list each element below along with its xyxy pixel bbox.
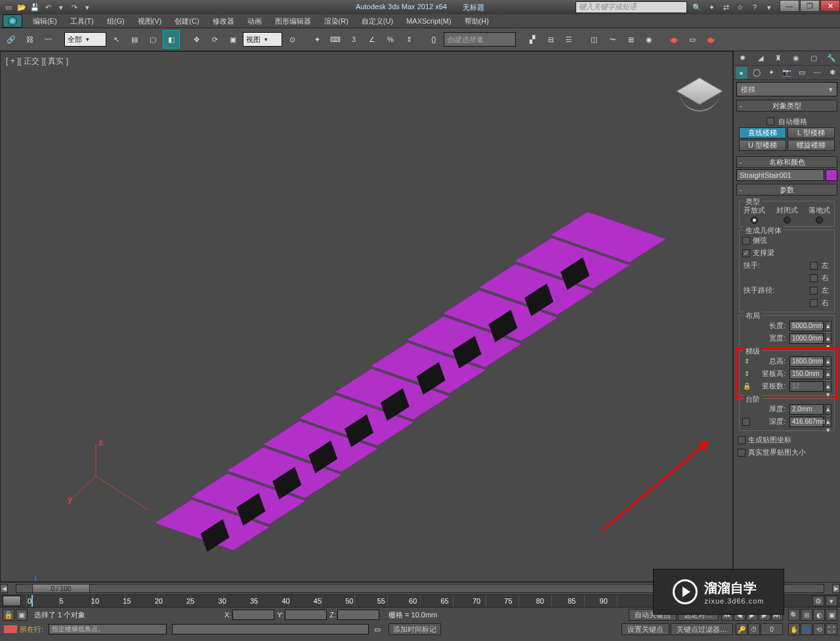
overall-height-spinner[interactable]: ▴▾ (825, 356, 831, 367)
type-closed-radio[interactable] (784, 217, 791, 224)
select-object-icon[interactable]: ↖ (108, 30, 125, 49)
angle-snap-icon[interactable]: ∠ (364, 30, 381, 49)
rollout-parameters[interactable]: -参数 (736, 184, 837, 196)
type-open-radio[interactable] (751, 217, 758, 224)
time-slider-thumb[interactable]: 0 / 100 (32, 584, 90, 593)
handrail-right-checkbox[interactable] (810, 274, 818, 282)
riser-count-spinner[interactable]: ▴▾ (825, 381, 831, 392)
maximize-button[interactable]: ❐ (800, 0, 820, 12)
create-tab-icon[interactable]: ✹ (737, 52, 749, 64)
riser-height-input[interactable]: 150.0mm (789, 369, 824, 379)
subcategory-dropdown[interactable]: 楼梯▾ (736, 82, 837, 96)
spiral-stair-button[interactable]: 螺旋楼梯 (788, 140, 835, 151)
select-by-name-icon[interactable]: ▤ (126, 30, 143, 49)
viewport[interactable]: [ + ][ 正交 ][ 真实 ] z y (0, 51, 733, 582)
length-spinner[interactable]: ▴▾ (825, 321, 831, 331)
schematic-view-icon[interactable]: ⊞ (622, 30, 639, 49)
stringers-checkbox[interactable] (742, 237, 750, 245)
listener-icon[interactable]: ▭ (369, 620, 386, 638)
overall-lock-icon[interactable]: ⇕ (742, 357, 751, 366)
gen-uv-checkbox[interactable] (738, 436, 746, 444)
nav-fov-icon[interactable]: ◐ (813, 609, 825, 621)
autogrid-checkbox[interactable]: 自动栅格 (739, 115, 835, 127)
menu-rendering[interactable]: 渲染(R) (318, 14, 355, 28)
nav-maximize-icon[interactable]: ⛶ (826, 623, 837, 635)
open-icon[interactable]: 📂 (16, 1, 28, 13)
help-search-input[interactable]: 键入关键字或短语 (576, 1, 687, 13)
bind-space-warp-icon[interactable]: 〰 (39, 30, 56, 49)
window-crossing-icon[interactable]: ◧ (163, 30, 180, 49)
nav-walk-icon[interactable]: 👣 (801, 623, 812, 635)
menu-tools[interactable]: 工具(T) (64, 14, 100, 28)
rotate-icon[interactable]: ⟳ (206, 30, 223, 49)
step-depth-spinner[interactable]: ▴▾ (825, 417, 831, 427)
shapes-cat-icon[interactable]: ◯ (751, 67, 763, 79)
railpath-left-checkbox[interactable] (810, 287, 818, 295)
menu-create[interactable]: 创建(C) (168, 14, 205, 28)
help-icon[interactable]: ? (749, 1, 761, 13)
step-thickness-spinner[interactable]: ▴▾ (825, 404, 831, 415)
menu-group[interactable]: 组(G) (100, 14, 131, 28)
geometry-cat-icon[interactable]: ● (736, 67, 747, 79)
lock-selection-icon[interactable]: 🔒 (3, 609, 14, 621)
l-stair-button[interactable]: L 型楼梯 (788, 127, 835, 138)
favorite-icon[interactable]: ☆ (734, 1, 746, 13)
align-icon[interactable]: ⊟ (542, 30, 559, 49)
set-key-button[interactable]: 设置关键点 (621, 623, 669, 635)
mirror-icon[interactable]: ▞ (524, 30, 541, 49)
use-pivot-center-icon[interactable]: ⊙ (284, 30, 301, 49)
step-depth-input[interactable]: 416.667mm (789, 417, 824, 427)
coord-y-input[interactable] (285, 610, 327, 620)
riser-h-lock-icon[interactable]: ⇕ (742, 369, 751, 379)
nav-pan-icon[interactable]: ✋ (788, 623, 800, 635)
redo-drop-icon[interactable]: ▾ (81, 1, 93, 13)
menu-animation[interactable]: 动画 (241, 14, 268, 28)
riser-ct-lock-icon[interactable]: 🔒 (742, 382, 751, 391)
move-icon[interactable]: ✥ (188, 30, 205, 49)
key-mode-icon[interactable]: 🔑 (736, 623, 747, 635)
timeline-filter-icon[interactable]: ▾ (826, 596, 837, 606)
script-rec-icon[interactable] (4, 625, 17, 633)
menu-grapheditors[interactable]: 图形编辑器 (268, 14, 318, 28)
display-tab-icon[interactable]: ▢ (808, 52, 820, 64)
width-spinner[interactable]: ▴▾ (825, 333, 831, 344)
select-link-icon[interactable]: 🔗 (3, 30, 20, 49)
lights-cat-icon[interactable]: ✦ (766, 67, 778, 79)
coord-x-input[interactable] (232, 610, 274, 620)
motion-tab-icon[interactable]: ◉ (790, 52, 802, 64)
timeline-config-icon[interactable]: ⚙ (812, 596, 824, 606)
material-editor-icon[interactable]: ◉ (640, 30, 658, 49)
keyboard-shortcut-icon[interactable]: ⌨ (327, 30, 344, 49)
minimize-button[interactable]: — (780, 0, 799, 12)
coord-z-input[interactable] (337, 610, 379, 620)
nav-zoom-all-icon[interactable]: ⊞ (801, 609, 812, 621)
systems-cat-icon[interactable]: ✱ (826, 67, 838, 79)
undo-drop-icon[interactable]: ▾ (55, 1, 67, 13)
step-depth-checkbox[interactable] (742, 418, 750, 426)
utilities-tab-icon[interactable]: 🔧 (826, 52, 837, 64)
object-name-input[interactable]: StraightStair001 (736, 169, 824, 181)
curve-editor-icon[interactable]: 〜 (604, 30, 621, 49)
real-world-checkbox[interactable] (738, 449, 746, 457)
percent-snap-icon[interactable]: % (382, 30, 399, 49)
overall-height-input[interactable]: 1800.0mm (789, 356, 824, 367)
render-setup-icon[interactable]: 🫖 (665, 30, 682, 49)
rollout-object-type[interactable]: -对象类型 (736, 100, 837, 112)
search-go-icon[interactable]: 🔍 (691, 1, 703, 13)
time-slider-left[interactable]: ◀ (0, 584, 8, 593)
selection-filter-dropdown[interactable]: 全部▾ (64, 32, 106, 47)
scale-icon[interactable]: ▣ (224, 30, 242, 49)
frame-input[interactable]: 0 (761, 623, 783, 635)
nav-zoom-ext-icon[interactable]: ▣ (826, 609, 837, 621)
new-icon[interactable]: ▭ (3, 1, 14, 13)
stairs-object[interactable]: z y (1, 52, 732, 581)
handrail-left-checkbox[interactable] (810, 262, 818, 270)
select-manipulate-icon[interactable]: ✦ (308, 30, 326, 49)
layer-manager-icon[interactable]: ☰ (560, 30, 578, 49)
menu-views[interactable]: 视图(V) (131, 14, 169, 28)
subscription-icon[interactable]: ✦ (705, 1, 717, 13)
straight-stair-button[interactable]: 直线楼梯 (739, 127, 786, 138)
menu-help[interactable]: 帮助(H) (458, 14, 495, 28)
add-time-tag-button[interactable]: 添加时间标记 (388, 623, 441, 635)
menu-maxscript[interactable]: MAXScript(M) (400, 14, 457, 28)
